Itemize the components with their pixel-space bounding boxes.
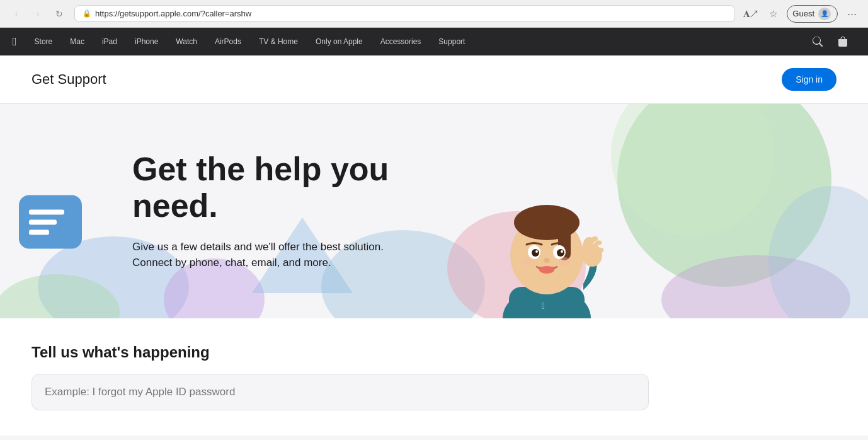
back-button[interactable]: ‹ xyxy=(8,5,25,23)
msg-line-1 xyxy=(29,209,64,214)
nav-item-only-on-apple[interactable]: Only on Apple xyxy=(307,28,372,55)
msg-line-2 xyxy=(29,219,57,224)
browser-chrome: ‹ › ↻ 🔒 https://getsupport.apple.com/?ca… xyxy=(0,0,868,28)
nav-item-watch[interactable]: Watch xyxy=(167,28,206,55)
guest-profile-button[interactable]: Guest 👤 xyxy=(787,5,838,23)
hero-text: Get the help you need. Give us a few det… xyxy=(132,151,447,270)
tell-us-title: Tell us what's happening xyxy=(31,344,837,361)
page-content: Get Support Sign in xyxy=(0,55,868,436)
hero-section: Get the help you need. Give us a few det… xyxy=(0,104,868,318)
page-title: Get Support xyxy=(31,71,106,88)
search-input-wrapper[interactable] xyxy=(31,374,649,410)
nav-item-support[interactable]: Support xyxy=(430,28,474,55)
memoji-character:  xyxy=(490,180,603,318)
address-bar[interactable]: 🔒 https://getsupport.apple.com/?caller=a… xyxy=(74,5,735,22)
svg-point-23 xyxy=(544,258,550,263)
svg-point-19 xyxy=(532,249,539,257)
nav-item-airpods[interactable]: AirPods xyxy=(206,28,250,55)
nav-item-tv-home[interactable]: TV & Home xyxy=(250,28,307,55)
hero-subtitle: Give us a few details and we'll offer th… xyxy=(132,239,447,271)
more-button[interactable]: ⋯ xyxy=(843,5,860,23)
svg-point-21 xyxy=(535,250,538,253)
refresh-button[interactable]: ↻ xyxy=(50,5,68,23)
svg-point-24 xyxy=(539,266,554,274)
apple-logo[interactable]:  xyxy=(13,28,26,55)
search-nav-button[interactable] xyxy=(805,28,830,55)
support-header: Get Support Sign in xyxy=(0,55,868,104)
url-text: https://getsupport.apple.com/?caller=ars… xyxy=(95,9,251,18)
svg-point-20 xyxy=(557,249,564,257)
msg-line-3 xyxy=(29,229,49,234)
tell-us-section: Tell us what's happening xyxy=(0,318,868,436)
favorites-button[interactable]: ☆ xyxy=(764,5,782,23)
read-aloud-button[interactable]: 𝐀↗ xyxy=(741,5,759,23)
browser-nav-buttons: ‹ › ↻ xyxy=(8,5,68,23)
nav-item-accessories[interactable]: Accessories xyxy=(372,28,430,55)
guest-avatar: 👤 xyxy=(818,8,831,20)
memoji-svg:  xyxy=(490,180,603,318)
nav-item-ipad[interactable]: iPad xyxy=(93,28,126,55)
browser-actions: 𝐀↗ ☆ Guest 👤 ⋯ xyxy=(741,5,860,23)
apple-navbar:  Store Mac iPad iPhone Watch AirPods TV… xyxy=(0,28,868,55)
nav-item-mac[interactable]: Mac xyxy=(61,28,93,55)
hero-title: Get the help you need. xyxy=(132,151,447,223)
message-icon-decoration xyxy=(19,195,82,249)
sign-in-button[interactable]: Sign in xyxy=(782,68,837,91)
bag-nav-button[interactable] xyxy=(830,28,855,55)
svg-point-25 xyxy=(523,257,535,266)
svg-point-22 xyxy=(561,250,563,253)
lock-icon: 🔒 xyxy=(83,9,91,18)
svg-text::  xyxy=(542,301,545,311)
message-box-icon xyxy=(19,195,82,249)
svg-point-26 xyxy=(558,257,571,266)
nav-item-store[interactable]: Store xyxy=(26,28,62,55)
forward-button[interactable]: › xyxy=(29,5,47,23)
search-input[interactable] xyxy=(45,386,636,398)
nav-item-iphone[interactable]: iPhone xyxy=(126,28,167,55)
guest-label: Guest xyxy=(792,9,814,18)
